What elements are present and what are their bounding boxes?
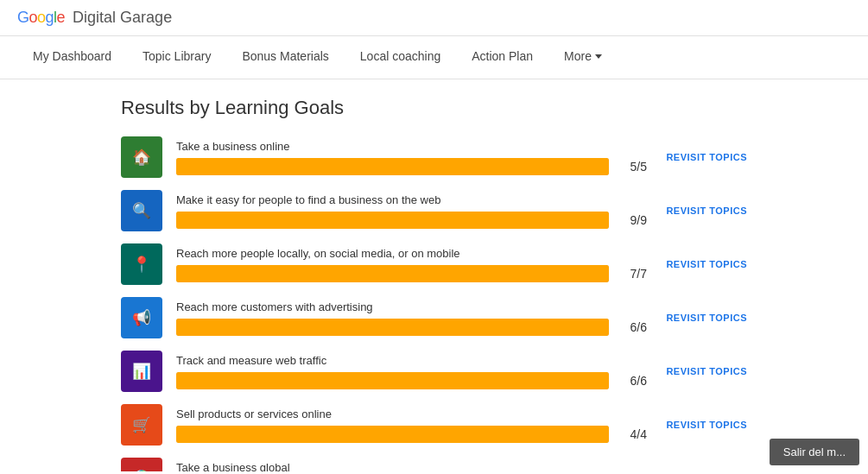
progress-count: 6/6 [619,320,647,334]
goal-icon: 🌍 [121,458,162,471]
goal-icon: 🛒 [121,404,162,446]
goal-label: Sell products or services online [176,408,647,420]
goal-label: Make it easy for people to find a busine… [176,193,647,206]
revisit-topics-button[interactable]: REVISIT TOPICS [661,259,747,269]
nav-more[interactable]: More [548,36,618,79]
progress-bar-fill [176,265,609,282]
progress-count: 6/6 [619,374,647,388]
google-logo: Google [17,9,65,27]
goal-content: Make it easy for people to find a busine… [176,193,647,229]
nav-local-coaching[interactable]: Local coaching [345,36,456,79]
progress-count: 9/9 [619,213,647,227]
progress-bar-fill [176,158,609,175]
goal-row: 📢 Reach more customers with advertising … [121,297,747,338]
goal-label: Reach more people locally, on social med… [176,247,647,260]
goal-content: Track and measure web traffic 6/6 [176,354,647,389]
progress-row: 6/6 [176,319,647,336]
svg-text:📢: 📢 [132,308,151,327]
goal-label: Reach more customers with advertising [176,300,647,313]
nav-topic-library[interactable]: Topic Library [127,36,226,79]
progress-bar-bg [176,158,609,175]
progress-bar-bg [176,319,609,336]
page-title: Results by Learning Goals [121,97,747,119]
goal-content: Sell products or services online 4/4 [176,408,647,443]
revisit-topics-button[interactable]: REVISIT TOPICS [661,152,747,162]
progress-bar-fill [176,212,609,229]
goal-icon: 🔍 [121,190,162,231]
goal-icon: 📊 [121,351,162,392]
progress-bar-fill [176,372,609,389]
goal-icon: 🏠 [121,136,162,178]
goal-row: 📊 Track and measure web traffic 6/6 REVI… [121,351,747,392]
goal-content: Take a business online 5/5 [176,140,647,175]
progress-row: 7/7 [176,265,647,282]
top-bar: Google Digital Garage [0,0,868,36]
nav-bar: My Dashboard Topic Library Bonus Materia… [0,36,868,79]
progress-count: 4/4 [619,427,647,441]
progress-bar-bg [176,265,609,282]
progress-row: 5/5 [176,158,647,175]
svg-text:🌍: 🌍 [132,469,151,471]
salir-button[interactable]: Salir del m... [770,439,859,465]
progress-row: 9/9 [176,212,647,229]
progress-count: 7/7 [619,267,647,281]
digital-garage-logo: Digital Garage [68,9,172,27]
chevron-down-icon [595,54,602,59]
goal-row: 🛒 Sell products or services online 4/4 R… [121,404,747,446]
goal-icon: 📢 [121,297,162,338]
progress-bar-fill [176,426,609,443]
main-content: Results by Learning Goals 🏠 Take a busin… [0,79,868,471]
nav-my-dashboard[interactable]: My Dashboard [17,36,127,79]
revisit-topics-button[interactable]: REVISIT TOPICS [661,313,747,323]
goal-label: Track and measure web traffic [176,354,647,367]
revisit-topics-button[interactable]: REVISIT TOPICS [661,205,747,216]
revisit-topics-button[interactable]: REVISIT TOPICS [661,366,747,376]
goal-row: 🏠 Take a business online 5/5 REVISIT TOP… [121,136,747,178]
goal-content: Reach more customers with advertising 6/… [176,300,647,336]
svg-text:🛒: 🛒 [132,415,151,434]
goal-row: 🌍 Take a business global 3/3 REVISIT TOP… [121,458,747,471]
goals-container: 🏠 Take a business online 5/5 REVISIT TOP… [121,136,747,471]
goal-icon: 📍 [121,243,162,285]
goal-row: 🔍 Make it easy for people to find a busi… [121,190,747,231]
goal-row: 📍 Reach more people locally, on social m… [121,243,747,285]
goal-content: Take a business global 3/3 [176,461,647,472]
svg-text:📍: 📍 [132,255,151,274]
svg-text:🏠: 🏠 [132,148,151,167]
nav-action-plan[interactable]: Action Plan [456,36,548,79]
logo-area: Google Digital Garage [17,9,172,27]
goal-label: Take a business global [176,461,647,472]
revisit-topics-button[interactable]: REVISIT TOPICS [661,420,747,430]
goal-content: Reach more people locally, on social med… [176,247,647,282]
progress-bar-bg [176,426,609,443]
svg-text:📊: 📊 [132,362,151,381]
progress-row: 4/4 [176,426,647,443]
progress-count: 5/5 [619,160,647,174]
progress-bar-bg [176,372,609,389]
progress-bar-bg [176,212,609,229]
goal-label: Take a business online [176,140,647,153]
progress-row: 6/6 [176,372,647,389]
svg-text:🔍: 🔍 [132,201,151,220]
nav-bonus-materials[interactable]: Bonus Materials [226,36,344,79]
progress-bar-fill [176,319,609,336]
